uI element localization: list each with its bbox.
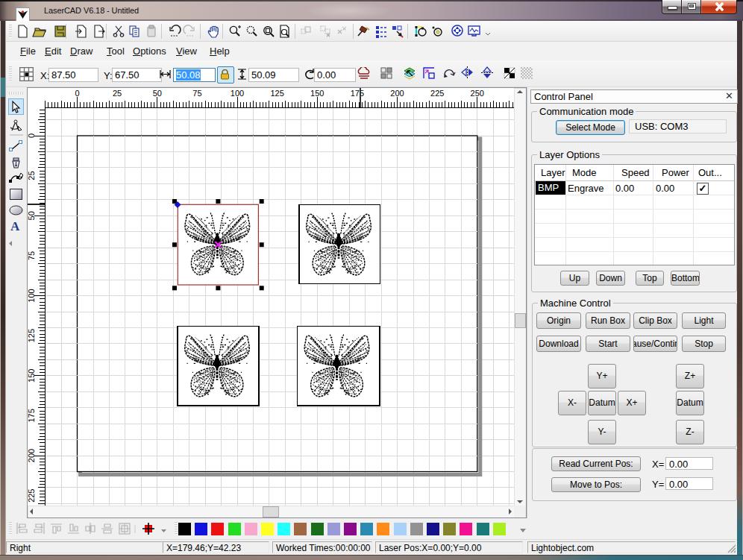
svg-text:175: 175 [28, 409, 36, 422]
svg-text:0: 0 [28, 133, 36, 138]
svg-text:225: 225 [28, 489, 36, 503]
svg-text:100: 100 [231, 89, 244, 98]
svg-text:225: 225 [430, 89, 444, 98]
svg-text:125: 125 [270, 89, 283, 98]
svg-text:125: 125 [28, 329, 36, 342]
svg-text:150: 150 [310, 89, 324, 98]
svg-text:0: 0 [75, 89, 79, 98]
svg-text:75: 75 [192, 89, 201, 98]
svg-text:50: 50 [153, 89, 162, 98]
svg-text:A: A [10, 219, 20, 233]
svg-text:75: 75 [28, 251, 36, 260]
svg-text:25: 25 [113, 89, 122, 98]
svg-text:150: 150 [28, 369, 36, 383]
svg-text:50: 50 [28, 211, 36, 220]
svg-text:25: 25 [28, 171, 36, 180]
svg-text:200: 200 [28, 449, 36, 462]
svg-text:250: 250 [471, 89, 484, 98]
svg-text:175: 175 [351, 89, 364, 98]
svg-text:100: 100 [28, 289, 36, 302]
svg-text:200: 200 [390, 89, 404, 98]
